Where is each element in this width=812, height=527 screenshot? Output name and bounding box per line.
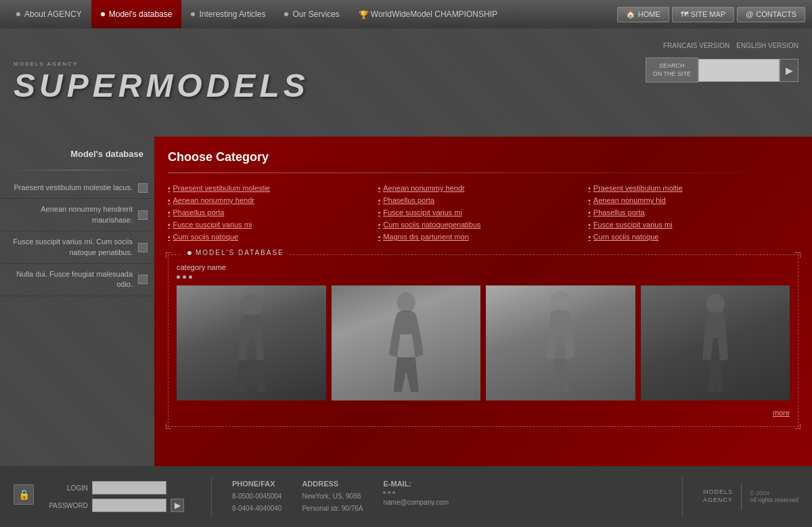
cat-link-2-3[interactable]: Fusce suscipit varius mi — [378, 208, 589, 216]
footer-brand: MODELS AGENCY © 2004 All rights reserved — [703, 483, 798, 510]
footer-info: Phone/fax 8-0500-0045004 8-0404-4040040 … — [232, 480, 662, 513]
address-line2: Personal str. 90/76A — [302, 503, 363, 513]
contacts-label: CONTACTS — [756, 10, 796, 18]
sidebar-item-3-icon — [138, 243, 148, 252]
cat-link-2-5[interactable]: Magnis dis parturient mon — [378, 233, 589, 241]
cat-link-1-5[interactable]: Cum sociis natoque — [168, 233, 378, 241]
password-row: PASSWORD ▶ — [47, 499, 184, 512]
contacts-button[interactable]: @ CONTACTS — [737, 7, 805, 22]
navigation-bar: About AGENCY Model's database Interestin… — [0, 0, 812, 28]
email-dot-1 — [383, 491, 386, 494]
choose-category-title: Choose Category — [168, 150, 798, 164]
nav-item-about[interactable]: About AGENCY — [7, 0, 91, 28]
lock-icon: 🔒 — [14, 484, 34, 505]
footer-email-col: E-mail: name@company.com — [383, 480, 449, 513]
nav-item-models[interactable]: Model's database — [91, 0, 182, 28]
home-button[interactable]: 🏠 HOME — [617, 7, 669, 22]
brand-year: © 2004 — [750, 490, 798, 497]
sidebar-item-2-text: Aenean nonummy hendrerit maurishase. — [7, 204, 133, 225]
login-label: LOGIN — [47, 484, 88, 492]
cat-link-2-2[interactable]: Phasellus porta — [378, 196, 589, 204]
category-divider — [168, 173, 798, 173]
footer-phone-col: Phone/fax 8-0500-0045004 8-0404-4040040 — [232, 480, 281, 513]
login-input[interactable] — [92, 481, 166, 495]
sitemap-button[interactable]: 🗺 SITE MAP — [672, 7, 734, 22]
home-label: HOME — [638, 10, 660, 18]
contacts-icon: @ — [746, 10, 753, 18]
model-figure-1 — [177, 285, 326, 400]
search-label: SEARCH on the site — [646, 58, 698, 83]
password-input[interactable] — [92, 499, 166, 512]
nav-item-services[interactable]: Our Services — [275, 0, 348, 28]
model-dots — [177, 275, 790, 279]
cat-link-1-2[interactable]: Aenean nonummy hendr — [168, 196, 378, 204]
more-link: more — [177, 406, 790, 418]
model-photo-2[interactable] — [332, 285, 481, 400]
sidebar-item-1-icon — [138, 183, 148, 193]
cat-link-3-3[interactable]: Phasellus porta — [588, 208, 798, 216]
search-button[interactable]: ▶ — [780, 59, 798, 82]
cat-link-3-4[interactable]: Fusce suscipit varius mi — [588, 221, 798, 229]
logo-small: MODELS AGENCY — [14, 61, 309, 67]
sidebar: Model's database Praesent vestibulum mol… — [0, 137, 154, 466]
cat-link-2-4[interactable]: Cum sociis natoquepenatibus — [378, 221, 589, 229]
model-photo-1[interactable] — [177, 285, 326, 400]
password-label: PASSWORD — [47, 502, 88, 509]
model-db-title: MODEL'S DATABASE — [196, 249, 284, 256]
category-col-2: Aenean nonummy hendr Phasellus porta Fus… — [378, 184, 589, 241]
cat-link-3-2[interactable]: Aenean nonummy hid — [588, 196, 798, 204]
nav-dot-2 — [191, 12, 195, 16]
nav-item-articles[interactable]: Interesting Articles — [181, 0, 275, 28]
sidebar-item-1[interactable]: Praesent vestibulum molestie lacus. — [0, 177, 154, 199]
logo-big: SUPERMODELS — [14, 67, 309, 104]
nav-item-articles-label: Interesting Articles — [199, 9, 265, 19]
header-right: FRANCAIS VERSION ENGLISH VERSION SEARCH … — [646, 42, 798, 83]
brand-right: © 2004 All rights reserved — [750, 490, 798, 503]
lang-english[interactable]: ENGLISH VERSION — [736, 42, 798, 49]
model-db-section: MODEL'S DATABASE category name — [168, 254, 798, 427]
cat-link-3-5[interactable]: Cum sociis natoque — [588, 233, 798, 241]
model-figure-4 — [641, 285, 790, 400]
login-arrow-button[interactable]: ▶ — [171, 499, 184, 512]
more-anchor[interactable]: more — [773, 409, 790, 417]
svg-point-3 — [706, 294, 724, 315]
sitemap-label: SITE MAP — [691, 10, 725, 18]
cat-link-1-1[interactable]: Praesent vestibulum molestie — [168, 184, 378, 192]
brand-name: MODELS AGENCY — [703, 488, 733, 504]
svg-point-2 — [551, 291, 570, 313]
model-db-header: MODEL'S DATABASE — [182, 249, 290, 256]
lang-french[interactable]: FRANCAIS VERSION — [663, 42, 729, 49]
model-dot-3 — [189, 275, 192, 279]
model-photo-4[interactable] — [641, 285, 790, 400]
map-icon: 🗺 — [681, 10, 688, 18]
header: MODELS AGENCY SUPERMODELS FRANCAIS VERSI… — [0, 28, 812, 137]
cat-link-1-4[interactable]: Fusce suscipit varius mi — [168, 221, 378, 229]
sidebar-item-3[interactable]: Fusce suscipit varius mi. Cum sociis nat… — [0, 231, 154, 264]
footer-login: LOGIN PASSWORD ▶ — [47, 481, 184, 512]
nav-item-models-label: Model's database — [109, 9, 173, 19]
brand-divider — [741, 483, 742, 510]
cat-link-3-1[interactable]: Praesent vestibulum moltie — [588, 184, 798, 192]
trophy-icon: 🏆 — [359, 10, 367, 18]
brand-rights: All rights reserved — [750, 497, 798, 503]
sidebar-item-2[interactable]: Aenean nonummy hendrerit maurishase. — [0, 199, 154, 231]
search-input[interactable] — [698, 59, 780, 82]
cat-link-2-1[interactable]: Aenean nonummy hendr — [378, 184, 589, 192]
model-dot-2 — [183, 275, 186, 279]
nav-item-about-label: About AGENCY — [24, 9, 82, 19]
model-photo-3[interactable] — [486, 285, 635, 400]
model-dot-1 — [177, 275, 180, 279]
sidebar-item-4[interactable]: Nulla dui. Fusce feugiat malesuada odio. — [0, 264, 154, 296]
search-bar: SEARCH on the site ▶ — [646, 58, 798, 83]
footer: 🔒 LOGIN PASSWORD ▶ Phone/fax 8-0500-0045… — [0, 466, 812, 527]
cat-link-1-3[interactable]: Phasellus porta — [168, 208, 378, 216]
language-switcher: FRANCAIS VERSION ENGLISH VERSION — [663, 42, 798, 49]
corner-br — [795, 423, 800, 429]
svg-point-0 — [241, 294, 262, 317]
nav-item-championship[interactable]: 🏆 WorldWideModel CHAMPIONSHIP — [349, 0, 507, 28]
category-col-1: Praesent vestibulum molestie Aenean nonu… — [168, 184, 378, 241]
sidebar-item-4-text: Nulla dui. Fusce feugiat malesuada odio. — [7, 269, 133, 290]
svg-point-1 — [397, 292, 415, 313]
footer-divider-1 — [211, 476, 212, 517]
address-line1: NewYork, US, 9088 — [302, 491, 363, 501]
